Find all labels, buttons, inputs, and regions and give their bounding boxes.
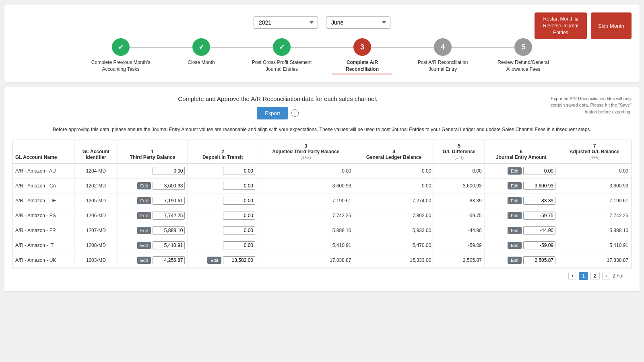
cell-gl-diff: -59.09 bbox=[434, 238, 484, 253]
journal-input[interactable] bbox=[523, 241, 555, 249]
top-right-buttons: Restart Month & Reverse Journal Entries … bbox=[535, 12, 632, 39]
cell-journal-entry[interactable]: Edit bbox=[484, 163, 558, 178]
cell-journal-entry[interactable]: Edit bbox=[484, 208, 558, 223]
journal-input[interactable] bbox=[523, 197, 555, 205]
deposit-input[interactable] bbox=[223, 256, 255, 264]
step-1-label: Complete Previous Month's Accounting Tas… bbox=[91, 59, 151, 73]
cell-gl-id: 1202-MD bbox=[74, 178, 117, 193]
edit-journal-btn[interactable]: Edit bbox=[508, 212, 522, 219]
edit-third-btn[interactable]: Edit bbox=[137, 182, 151, 189]
edit-journal-btn[interactable]: Edit bbox=[508, 197, 522, 204]
edit-journal-btn[interactable]: Edit bbox=[508, 242, 522, 249]
table-row: A/R - Amazon - DE1205-MD Edit 7,190.617,… bbox=[13, 193, 631, 208]
cell-adjusted-third: 7,190.61 bbox=[258, 193, 354, 208]
cell-journal-entry[interactable]: Edit bbox=[484, 178, 558, 193]
journal-input[interactable] bbox=[523, 212, 555, 220]
pagination-text: 2 Fof bbox=[613, 273, 623, 279]
cell-general-ledger: 7,802.00 bbox=[354, 208, 434, 223]
cell-gl-name: A/R - Amazon - AU bbox=[13, 163, 74, 178]
cell-journal-entry[interactable]: Edit bbox=[484, 193, 558, 208]
pagination-prev[interactable]: ‹ bbox=[568, 272, 576, 280]
third-party-input[interactable] bbox=[153, 212, 185, 220]
cell-gl-id: 1205-MD bbox=[74, 193, 117, 208]
cell-adjusted-gl: 3,600.93 bbox=[558, 178, 631, 193]
step-6: 5 Review Refund/General Allowance Fees bbox=[483, 38, 564, 73]
journal-input[interactable] bbox=[523, 182, 555, 190]
skip-month-button[interactable]: Skip Month bbox=[591, 12, 632, 39]
edit-deposit-btn[interactable]: Edit bbox=[207, 257, 221, 264]
main-card: Complete and Approve the A/R Reconciliat… bbox=[4, 87, 640, 292]
cell-third-party[interactable]: Edit bbox=[117, 238, 188, 253]
edit-third-btn[interactable]: Edit bbox=[137, 257, 151, 264]
cell-deposit bbox=[188, 163, 258, 178]
table-header-row: GL Account Name GL AccountIdentifier 1Th… bbox=[13, 140, 631, 164]
cell-journal-entry[interactable]: Edit bbox=[484, 253, 558, 267]
cell-gl-diff: -44.90 bbox=[434, 223, 484, 238]
table-row: A/R - Amazon - CA1202-MD Edit 3,600.930.… bbox=[13, 178, 631, 193]
deposit-input bbox=[223, 212, 255, 220]
cell-gl-id: 1208-MD bbox=[74, 238, 117, 253]
cell-journal-entry[interactable]: Edit bbox=[484, 238, 558, 253]
export-note: Exported A/R Reconciliation files will o… bbox=[543, 95, 632, 115]
journal-input[interactable] bbox=[523, 256, 555, 264]
edit-journal-btn[interactable]: Edit bbox=[508, 167, 522, 175]
cell-gl-id: 1204-MD bbox=[74, 163, 117, 178]
cell-deposit bbox=[188, 208, 258, 223]
cell-third-party[interactable]: Edit bbox=[117, 193, 188, 208]
export-button[interactable]: Export bbox=[257, 107, 288, 119]
step-3: ✓ Post Gross Profit Statement Journal En… bbox=[242, 38, 322, 73]
cell-adjusted-third: 17,838.87 bbox=[258, 253, 354, 267]
step-2-circle: ✓ bbox=[192, 38, 210, 56]
third-party-input[interactable] bbox=[153, 182, 185, 190]
cell-deposit[interactable]: Edit bbox=[188, 253, 258, 267]
third-party-input[interactable] bbox=[153, 241, 185, 249]
cell-general-ledger: 5,470.00 bbox=[354, 238, 434, 253]
cell-general-ledger: 7,274.00 bbox=[354, 193, 434, 208]
restart-button[interactable]: Restart Month & Reverse Journal Entries bbox=[535, 12, 587, 39]
cell-general-ledger: 0.00 bbox=[354, 178, 434, 193]
col-deposit: 2Deposit In Transit bbox=[188, 140, 258, 164]
cell-third-party bbox=[117, 163, 188, 178]
month-select[interactable]: JanuaryFebruaryMarch AprilMayJune JulyAu… bbox=[326, 16, 390, 29]
pagination-page-1[interactable]: 1 bbox=[579, 272, 588, 280]
table-row: A/R - Amazon - AU1204-MD0.000.000.00 Edi… bbox=[13, 163, 631, 178]
top-card: Restart Month & Reverse Journal Entries … bbox=[4, 4, 640, 83]
third-party-input[interactable] bbox=[153, 197, 185, 205]
step-6-circle: 5 bbox=[514, 38, 532, 56]
journal-input[interactable] bbox=[523, 226, 555, 234]
cell-gl-id: 1207-MD bbox=[74, 223, 117, 238]
third-party-input[interactable] bbox=[153, 256, 185, 264]
edit-journal-btn[interactable]: Edit bbox=[508, 182, 522, 189]
journal-input[interactable] bbox=[523, 167, 555, 175]
col-adjusted-gl: 7Adjusted G/L Balance(4+6) bbox=[558, 140, 631, 164]
edit-third-btn[interactable]: Edit bbox=[137, 197, 151, 204]
cell-third-party[interactable]: Edit bbox=[117, 253, 188, 267]
cell-deposit bbox=[188, 193, 258, 208]
cell-gl-name: A/R - Amazon - DE bbox=[13, 193, 74, 208]
cell-third-party[interactable]: Edit bbox=[117, 208, 188, 223]
main-title: Complete and Approve the A/R Reconciliat… bbox=[12, 95, 543, 102]
cell-adjusted-gl: 5,410.91 bbox=[558, 238, 631, 253]
year-select[interactable]: 2021 2020 2019 2022 bbox=[254, 16, 318, 29]
pagination-next[interactable]: › bbox=[602, 272, 610, 280]
step-6-label: Review Refund/General Allowance Fees bbox=[493, 59, 553, 73]
deposit-input bbox=[223, 182, 255, 190]
cell-gl-name: A/R - Amazon - UK bbox=[13, 253, 74, 267]
cell-gl-name: A/R - Amazon - IT bbox=[13, 238, 74, 253]
cell-journal-entry[interactable]: Edit bbox=[484, 223, 558, 238]
pagination-page-2[interactable]: 2 bbox=[590, 272, 600, 280]
info-icon[interactable]: i bbox=[291, 109, 299, 117]
edit-third-btn[interactable]: Edit bbox=[137, 227, 151, 234]
edit-third-btn[interactable]: Edit bbox=[137, 242, 151, 249]
edit-third-btn[interactable]: Edit bbox=[137, 212, 151, 219]
cell-third-party[interactable]: Edit bbox=[117, 223, 188, 238]
edit-journal-btn[interactable]: Edit bbox=[508, 257, 522, 264]
cell-third-party[interactable]: Edit bbox=[117, 178, 188, 193]
cell-gl-diff: -59.75 bbox=[434, 208, 484, 223]
cell-adjusted-gl: 7,742.25 bbox=[558, 208, 631, 223]
cell-adjusted-third: 7,742.25 bbox=[258, 208, 354, 223]
main-header-left: Complete and Approve the A/R Reconciliat… bbox=[12, 95, 543, 119]
edit-journal-btn[interactable]: Edit bbox=[508, 227, 522, 234]
third-party-input[interactable] bbox=[153, 226, 185, 234]
cell-gl-id: 1203-MD bbox=[74, 253, 117, 267]
